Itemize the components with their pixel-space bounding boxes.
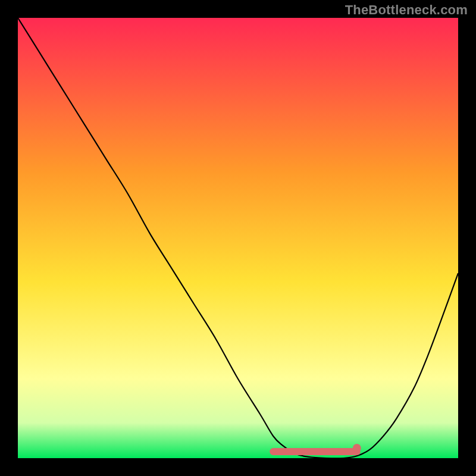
watermark-text: TheBottleneck.com [345,2,468,18]
optimal-range-marker [18,18,458,458]
plot-area [18,18,458,458]
chart-frame: TheBottleneck.com [0,0,476,476]
svg-point-1 [353,444,361,452]
